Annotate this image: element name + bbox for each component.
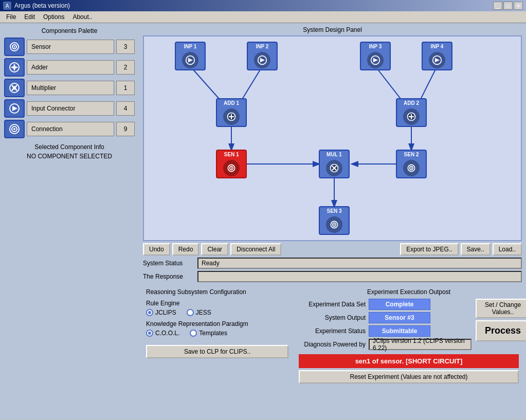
node-sen1-label: SEN 1 [224,152,239,157]
node-inp4[interactable]: INP 4 [422,42,452,70]
input-connector-count: 4 [116,101,135,116]
exp-right-buttons: Set / Change Values.. Process [476,299,526,352]
bottom-area: Reasoning Subsystem Configuration Rule E… [143,285,522,387]
menu-bar: File Edit Options About.. [0,11,526,23]
radio-jclips-label: JCLIPS [155,309,176,316]
right-panel: System Design Panel [139,23,526,419]
node-mul1[interactable]: MUL 1 [319,150,350,178]
set-change-button[interactable]: Set / Change Values.. [476,299,526,318]
svg-point-47 [411,168,412,169]
save-clp-button[interactable]: Save to CLP for CLIPS.. [146,345,288,358]
design-canvas[interactable]: INP 1 INP 2 [143,35,522,241]
node-sen2[interactable]: SEN 2 [396,150,427,178]
menu-about[interactable]: About.. [68,12,96,22]
svg-marker-12 [12,106,17,111]
minimize-button[interactable]: _ [493,2,502,10]
palette-row-input-connector: Input Connector 4 [4,99,135,118]
node-add2[interactable]: ADD 2 [396,98,427,127]
clear-button[interactable]: Clear [201,243,228,255]
svg-marker-26 [188,58,193,62]
exp-sys-output-label: System Output [299,314,366,321]
sensor-palette-icon[interactable] [4,38,25,56]
svg-point-50 [334,224,335,226]
load-button[interactable]: Load.. [493,243,522,255]
menu-options[interactable]: Options [39,12,68,22]
left-panel: Components Palette Sensor 3 [0,23,139,419]
radio-jclips-btn[interactable] [146,309,153,316]
node-sen1[interactable]: SEN 1 [216,150,247,178]
system-status-label: System Status [143,260,194,267]
experiment-title: Experiment Execution Outpost [299,288,519,296]
export-jpeg-button[interactable]: Export to JPEG.. [400,243,458,255]
radio-templates[interactable]: Templates [190,330,227,337]
menu-file[interactable]: File [2,12,20,22]
node-sen3[interactable]: SEN 3 [319,206,350,235]
exp-sys-output-field: Sensor #3 [369,312,430,323]
node-inp3[interactable]: INP 3 [360,42,391,70]
radio-cool-btn[interactable] [146,330,153,337]
response-row: The Response [143,271,522,282]
node-inp3-label: INP 3 [369,44,382,49]
exp-data-set-field: Complete [369,299,430,310]
svg-point-6 [13,66,16,69]
rule-engine-title: Rule Engine [146,300,288,307]
node-sen2-label: SEN 2 [404,152,419,157]
toolbar: Undo Redo Clear Disconnect All Export to… [143,243,522,255]
node-inp1-label: INP 1 [184,44,197,49]
node-inp1-icon [182,52,198,68]
node-inp2[interactable]: INP 2 [247,42,278,70]
exp-data-set-label: Experiment Data Set [299,301,366,308]
node-mul1-label: MUL 1 [327,152,342,157]
exp-diag-field: JClips version 1.2 (CLIPS version 6.22) [369,339,471,350]
radio-jess-btn[interactable] [187,309,194,316]
exp-sys-output-row: System Output Sensor #3 [299,312,471,323]
adder-palette-icon[interactable] [4,58,25,77]
multiplier-label: Multiplier [27,81,114,95]
process-button[interactable]: Process [476,320,526,341]
exp-status-label: Experiment Status [299,327,366,335]
adder-count: 2 [116,60,135,75]
close-button[interactable]: ✕ [514,2,523,10]
input-connector-label: Input Connector [27,101,114,116]
connection-palette-icon[interactable] [4,120,25,138]
node-inp2-label: INP 2 [256,44,269,49]
input-connector-palette-icon[interactable] [4,99,25,118]
node-add2-label: ADD 2 [404,100,419,106]
response-field [197,271,522,282]
node-add1-label: ADD 1 [224,100,239,106]
node-inp3-icon [367,52,384,68]
node-add1[interactable]: ADD 1 [216,98,247,127]
node-sen2-icon [403,160,420,176]
radio-jess[interactable]: JESS [187,309,211,316]
radio-templates-btn[interactable] [190,330,197,337]
undo-button[interactable]: Undo [143,243,170,255]
system-status-row: System Status Ready [143,258,522,269]
disconnect-all-button[interactable]: Disconnect All [230,243,281,255]
krp-options: C.O.O.L. Templates [146,330,288,337]
alert-banner: sen1 of sensor. [SHORT CIRCUIT] [299,354,519,368]
palette-row-sensor: Sensor 3 [4,38,135,56]
selected-info: Selected Component Info NO COMPONENT SEL… [4,143,135,160]
node-inp2-icon [254,52,270,68]
connection-count: 9 [116,122,135,136]
krp-title: Knowledge Representation Paradigm [146,320,288,327]
adder-label: Adder [27,60,114,75]
maximize-button[interactable]: □ [503,2,513,10]
connection-label: Connection [27,122,114,136]
menu-edit[interactable]: Edit [20,12,39,22]
radio-cool[interactable]: C.O.O.L. [146,330,179,337]
redo-button[interactable]: Redo [172,243,199,255]
node-add2-icon [403,108,420,125]
svg-point-10 [13,86,16,89]
radio-jclips[interactable]: JCLIPS [146,309,176,316]
palette-row-multiplier: Multiplier 1 [4,79,135,97]
node-inp1[interactable]: INP 1 [175,42,206,70]
palette-title: Components Palette [4,27,135,34]
multiplier-palette-icon[interactable] [4,79,25,97]
save-button[interactable]: Save.. [461,243,491,255]
exp-diag-row: Diagnosis Powered by JClips version 1.2 … [299,339,471,350]
exp-status-field: Submittable [369,325,430,337]
node-add1-icon [223,108,240,125]
reset-experiment-button[interactable]: Reset Experiment (Values are not affecte… [299,370,519,384]
sensor-label: Sensor [27,40,114,54]
